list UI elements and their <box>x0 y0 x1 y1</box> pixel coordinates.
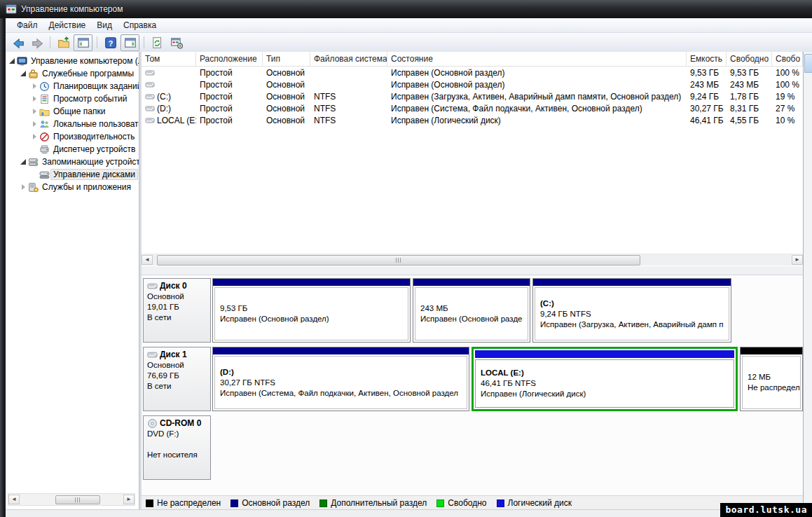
performance-icon <box>39 131 50 142</box>
disk-label[interactable]: Диск 1Основной76,69 ГБВ сети <box>143 347 211 411</box>
cell-расположение: Простой <box>196 68 263 78</box>
sidebar-item[interactable]: Запоминающие устройст <box>6 156 139 168</box>
disk-info-line <box>147 439 207 450</box>
sidebar-item[interactable]: Управление компьютером (л <box>6 55 139 67</box>
partition[interactable]: 9,53 ГБИсправен (Основной раздел) <box>212 278 411 343</box>
sidebar-item[interactable]: Службы и приложения <box>6 181 139 193</box>
volume-list-horizontal-scrollbar[interactable]: ◄ ► <box>142 254 803 266</box>
expander-collapsed-icon[interactable] <box>31 83 39 90</box>
toolbar-separator <box>97 36 97 48</box>
scroll-left-icon[interactable]: ◄ <box>142 255 153 265</box>
cell-text: 100 % <box>776 80 799 90</box>
refresh-icon <box>151 36 164 49</box>
cell-свободно: 8,31 ГБ <box>727 104 772 113</box>
back-button[interactable] <box>9 35 27 50</box>
cell-расположение: Простой <box>196 116 263 125</box>
partition-strip <box>212 415 801 480</box>
expander-collapsed-icon[interactable] <box>31 120 39 128</box>
cell-text: Основной <box>266 116 305 125</box>
cell-файловая система: NTFS <box>310 104 387 113</box>
partition[interactable]: (D:)30,27 ГБ NTFSИсправен (Система, Файл… <box>212 347 469 411</box>
column-header-тип[interactable]: Тип <box>263 52 310 66</box>
cell-том <box>142 80 196 90</box>
partition-unallocated[interactable]: 12 МБНе распредел <box>740 347 803 411</box>
help-button[interactable]: ? <box>102 35 119 50</box>
expander-collapsed-icon[interactable] <box>31 95 39 103</box>
disk-label[interactable]: CD-ROM 0DVD (F:) Нет носителя <box>143 415 211 480</box>
disk-label[interactable]: Диск 0Основной19,01 ГБВ сети <box>143 278 211 343</box>
show-console-tree-button[interactable] <box>74 34 92 51</box>
sidebar-item[interactable]: Управление дисками <box>6 168 139 181</box>
partition-info: (C:)9,24 ГБ NTFSИсправен (Загрузка, Акти… <box>535 287 729 340</box>
volume-row[interactable]: (C:)ПростойОсновнойNTFSИсправен (Загрузк… <box>142 90 803 102</box>
column-header-расположение[interactable]: Расположение <box>196 52 263 66</box>
column-header-файловая система[interactable]: Файловая система <box>310 52 387 66</box>
cell-тип: Основной <box>263 104 310 113</box>
scroll-right-icon[interactable]: ► <box>123 495 135 504</box>
partition[interactable]: (C:)9,24 ГБ NTFSИсправен (Загрузка, Акти… <box>532 278 731 343</box>
disk-info-line: DVD (F:) <box>147 429 207 439</box>
legend-label: Логический диск <box>508 498 572 508</box>
cell-состояние: Исправен (Основной раздел) <box>387 68 687 78</box>
partition-status: Исправен (Загрузка, Активен, Аварийный д… <box>540 319 724 330</box>
cell-text: Простой <box>200 80 233 90</box>
console-tree-pane: Управление компьютером (лСлужебные прогр… <box>6 52 139 510</box>
expander-placeholder <box>31 146 39 153</box>
disk-info-line: 19,01 ГБ <box>147 302 207 312</box>
sidebar-item[interactable]: Локальные пользовате <box>6 118 139 130</box>
sidebar-item[interactable]: Диспетчер устройств <box>6 143 139 156</box>
disk-row: CD-ROM 0DVD (F:) Нет носителя <box>143 415 801 480</box>
column-header-свобо[interactable]: Свобо <box>772 52 803 66</box>
sidebar-item[interactable]: Планировщик заданий <box>6 80 139 92</box>
column-header-емкость[interactable]: Емкость <box>687 52 727 66</box>
legend-color-swatch <box>146 499 153 507</box>
cell-text: NTFS <box>314 92 336 102</box>
scroll-right-icon[interactable]: ► <box>792 255 803 265</box>
volume-row[interactable]: ПростойОсновнойИсправен (Основной раздел… <box>142 78 803 90</box>
disk-management-icon <box>39 169 50 180</box>
sidebar-horizontal-scrollbar[interactable]: ◄ ► <box>8 493 135 506</box>
cell-емкость: 46,41 ГБ <box>687 116 727 125</box>
partition-selected[interactable]: LOCAL (E:)46,41 ГБ NTFSИсправен (Логичес… <box>472 347 738 411</box>
cell-text: Исправен (Система, Файл подкачки, Активе… <box>391 104 642 113</box>
show-console-tree-icon <box>77 36 90 49</box>
partition-type-bar <box>413 279 530 286</box>
sidebar-item[interactable]: Служебные программы <box>6 67 139 80</box>
volume-row[interactable]: (D:)ПростойОсновнойNTFSИсправен (Система… <box>142 102 803 114</box>
expander-collapsed-icon[interactable] <box>31 108 39 116</box>
expander-collapsed-icon[interactable] <box>20 184 27 191</box>
column-header-состояние[interactable]: Состояние <box>387 52 687 66</box>
back-icon <box>12 36 25 49</box>
forward-button[interactable] <box>28 35 46 50</box>
disk-row: Диск 0Основной19,01 ГБВ сети9,53 ГБИспра… <box>143 278 801 343</box>
column-header-свободно[interactable]: Свободно <box>727 52 772 66</box>
scrollbar-thumb[interactable] <box>55 495 100 504</box>
scroll-left-icon[interactable]: ◄ <box>8 495 20 504</box>
menu-item-действие[interactable]: Действие <box>43 19 92 32</box>
show-actions-pane-button[interactable] <box>121 34 139 51</box>
sidebar-item[interactable]: Производительность <box>6 130 139 143</box>
cell-состояние: Исправен (Основной раздел) <box>387 80 687 90</box>
expander-expanded-icon[interactable] <box>20 70 27 78</box>
volume-row[interactable]: ПростойОсновнойИсправен (Основной раздел… <box>142 67 803 78</box>
partition[interactable]: 243 МБИсправен (Основной разде <box>413 278 530 343</box>
expander-expanded-icon[interactable] <box>8 57 16 65</box>
sidebar-item-label: Управление компьютером (л <box>28 55 139 67</box>
refresh-button[interactable] <box>149 35 166 50</box>
up-one-level-button[interactable] <box>55 35 72 50</box>
column-header-том[interactable]: Том <box>142 52 196 66</box>
scrollbar-thumb[interactable] <box>157 255 640 266</box>
menu-item-справка[interactable]: Справка <box>118 19 162 32</box>
pane-splitter[interactable] <box>142 266 803 275</box>
partition-size: 12 МБ <box>748 372 795 382</box>
expander-expanded-icon[interactable] <box>20 158 27 166</box>
expander-collapsed-icon[interactable] <box>31 133 39 141</box>
sidebar-item[interactable]: Просмотр событий <box>6 92 139 105</box>
cell-text: Простой <box>200 104 233 113</box>
sidebar-item[interactable]: Общие папки <box>6 105 139 118</box>
properties-button[interactable] <box>167 35 185 50</box>
menu-item-файл[interactable]: Файл <box>11 19 43 32</box>
volume-row[interactable]: LOCAL (E:)ПростойОсновнойNTFSИсправен (Л… <box>142 114 803 126</box>
menu-item-вид[interactable]: Вид <box>91 19 118 32</box>
window-title: Управление компьютером <box>21 4 123 14</box>
